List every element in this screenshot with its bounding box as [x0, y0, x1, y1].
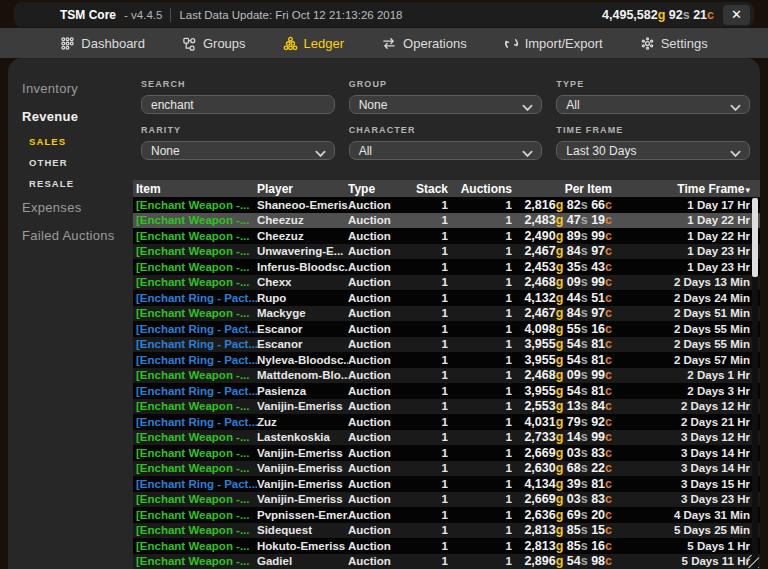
copper-unit: c: [605, 430, 612, 444]
stack-cell: 1: [408, 493, 448, 505]
sidebar-item-other[interactable]: OTHER: [8, 152, 133, 173]
item-link[interactable]: [Enchant Weapon -...: [136, 431, 257, 443]
character-dropdown[interactable]: All: [349, 141, 543, 160]
time-frame-cell: 3 Days 14 Hr: [612, 462, 750, 474]
copper-unit: c: [605, 399, 612, 413]
resize-grip[interactable]: [746, 555, 759, 568]
scrollbar-thumb[interactable]: [752, 198, 758, 277]
item-link[interactable]: [Enchant Weapon -...: [136, 540, 257, 552]
table-row[interactable]: [Enchant Ring - Pact...PasienzaAuction11…: [133, 383, 760, 399]
sidebar-item-expenses[interactable]: Expenses: [8, 194, 133, 222]
sidebar-item-sales[interactable]: SALES: [8, 131, 133, 152]
column-header-player[interactable]: Player: [257, 182, 348, 196]
item-link[interactable]: [Enchant Ring - Pact...: [136, 354, 257, 366]
column-header-type[interactable]: Type: [348, 182, 408, 196]
copper-unit: c: [605, 508, 612, 522]
item-link[interactable]: [Enchant Weapon -...: [136, 307, 257, 319]
item-link[interactable]: [Enchant Ring - Pact...: [136, 338, 257, 350]
table-row[interactable]: [Enchant Weapon -...SidequestAuction112,…: [133, 523, 760, 539]
search-input[interactable]: [141, 95, 335, 114]
table-row[interactable]: [Enchant Weapon -...Pvpnissen-Emer...Auc…: [133, 507, 760, 523]
table-row[interactable]: [Enchant Weapon -...Inferus-Bloodsc...Au…: [133, 259, 760, 275]
sidebar-item-resale[interactable]: RESALE: [8, 173, 133, 194]
money-value: 2,467g 84s 97c: [524, 244, 612, 258]
item-link[interactable]: [Enchant Ring - Pact...: [136, 385, 257, 397]
nav-tab-groups[interactable]: Groups: [182, 36, 246, 51]
nav-tab-dashboard[interactable]: Dashboard: [60, 36, 145, 51]
filter-row-2: RARITY None CHARACTER All TIME FRAME: [141, 125, 750, 160]
item-link[interactable]: [Enchant Weapon -...: [136, 199, 257, 211]
item-link[interactable]: [Enchant Weapon -...: [136, 230, 257, 242]
table-row[interactable]: [Enchant Ring - Pact...Vanijin-EmerissAu…: [133, 476, 760, 492]
table-row[interactable]: [Enchant Ring - Pact...RupoAuction114,13…: [133, 290, 760, 306]
table-row[interactable]: [Enchant Ring - Pact...Nyleva-Bloodsc...…: [133, 352, 760, 368]
table-row[interactable]: [Enchant Weapon -...GadielAuction112,896…: [133, 554, 760, 569]
item-link[interactable]: [Enchant Weapon -...: [136, 245, 257, 257]
table-row[interactable]: [Enchant Weapon -...CheezuzAuction112,49…: [133, 228, 760, 244]
nav-tab-ledger[interactable]: Ledger: [283, 36, 344, 51]
stack-cell: 1: [408, 509, 448, 521]
column-header-auctions[interactable]: Auctions: [448, 182, 512, 196]
time-frame-cell: 5 Days 11 Hr: [612, 555, 750, 567]
item-link[interactable]: [Enchant Weapon -...: [136, 493, 257, 505]
type-cell: Auction: [348, 338, 408, 350]
sidebar-item-inventory[interactable]: Inventory: [8, 75, 133, 103]
player-cell: Hokuto-Emeriss: [257, 540, 348, 552]
time-frame-cell: 2 Days 55 Min: [612, 338, 750, 350]
nav-tab-settings[interactable]: Settings: [640, 36, 708, 51]
table-row[interactable]: [Enchant Weapon -...ChexxAuction112,468g…: [133, 275, 760, 291]
table-row[interactable]: [Enchant Ring - Pact...EscanorAuction114…: [133, 321, 760, 337]
column-header-item[interactable]: Item: [136, 182, 257, 196]
table-row[interactable]: [Enchant Weapon -...LastenkoskiaAuction1…: [133, 430, 760, 446]
silver-unit: s: [581, 399, 588, 413]
table-row[interactable]: [Enchant Weapon -...Vanijin-EmerissAucti…: [133, 445, 760, 461]
nav-tab-import-export[interactable]: Import/Export: [504, 36, 603, 51]
column-header-per-item[interactable]: Per Item: [512, 182, 612, 196]
auctions-cell: 1: [448, 292, 512, 304]
item-link[interactable]: [Enchant Weapon -...: [136, 555, 257, 567]
sidebar-item-revenue[interactable]: Revenue: [8, 103, 133, 131]
table-row[interactable]: [Enchant Weapon -...CheezuzAuction112,48…: [133, 213, 760, 229]
type-dropdown[interactable]: All: [556, 95, 750, 114]
table-row[interactable]: [Enchant Weapon -...Vanijin-EmerissAucti…: [133, 461, 760, 477]
table-row[interactable]: [Enchant Weapon -...Shaneoo-EmerissAucti…: [133, 197, 760, 213]
silver-amount: 35: [567, 260, 581, 274]
item-link[interactable]: [Enchant Ring - Pact...: [136, 478, 257, 490]
table-row[interactable]: [Enchant Weapon -...Vanijin-EmerissAucti…: [133, 399, 760, 415]
silver-unit: s: [581, 229, 588, 243]
table-row[interactable]: [Enchant Weapon -...Vanijin-EmerissAucti…: [133, 492, 760, 508]
time-frame-dropdown[interactable]: Last 30 Days: [556, 141, 750, 160]
nav-tab-operations[interactable]: Operations: [381, 36, 467, 51]
table-row[interactable]: [Enchant Weapon -...MackygeAuction112,46…: [133, 306, 760, 322]
item-link[interactable]: [Enchant Weapon -...: [136, 524, 257, 536]
column-header-time-frame[interactable]: Time Frame▾: [612, 182, 750, 196]
table-row[interactable]: [Enchant Weapon -...Unwavering-E...Aucti…: [133, 244, 760, 260]
item-link[interactable]: [Enchant Weapon -...: [136, 400, 257, 412]
table-row[interactable]: [Enchant Weapon -...Mattdenom-Blo...Auct…: [133, 368, 760, 384]
item-link[interactable]: [Enchant Ring - Pact...: [136, 323, 257, 335]
silver-amount: 09: [567, 368, 581, 382]
table-row[interactable]: [Enchant Weapon -...Hokuto-EmerissAuctio…: [133, 538, 760, 554]
item-link[interactable]: [Enchant Ring - Pact...: [136, 292, 257, 304]
time-frame-cell: 1 Day 22 Hr: [612, 230, 750, 242]
item-link[interactable]: [Enchant Weapon -...: [136, 447, 257, 459]
item-link[interactable]: [Enchant Weapon -...: [136, 369, 257, 381]
sidebar-item-failed-auctions[interactable]: Failed Auctions: [8, 222, 133, 250]
money-value: 2,490g 89s 99c: [524, 229, 612, 243]
item-link[interactable]: [Enchant Weapon -...: [136, 462, 257, 474]
close-button[interactable]: ✕: [723, 5, 750, 25]
item-link[interactable]: [Enchant Weapon -...: [136, 509, 257, 521]
table-row[interactable]: [Enchant Ring - Pact...ZuzAuction114,031…: [133, 414, 760, 430]
player-cell: Lastenkoskia: [257, 431, 348, 443]
player-cell: Vanijin-Emeriss: [257, 493, 348, 505]
item-link[interactable]: [Enchant Ring - Pact...: [136, 416, 257, 428]
column-header-stack[interactable]: Stack: [408, 182, 448, 196]
copper-amount: 43: [591, 260, 605, 274]
rarity-dropdown[interactable]: None: [141, 141, 335, 160]
table-row[interactable]: [Enchant Ring - Pact...EscanorAuction113…: [133, 337, 760, 353]
item-link[interactable]: [Enchant Weapon -...: [136, 276, 257, 288]
item-link[interactable]: [Enchant Weapon -...: [136, 261, 257, 273]
group-dropdown[interactable]: None: [349, 95, 543, 114]
item-link[interactable]: [Enchant Weapon -...: [136, 214, 257, 226]
table-scrollbar[interactable]: [752, 197, 758, 569]
